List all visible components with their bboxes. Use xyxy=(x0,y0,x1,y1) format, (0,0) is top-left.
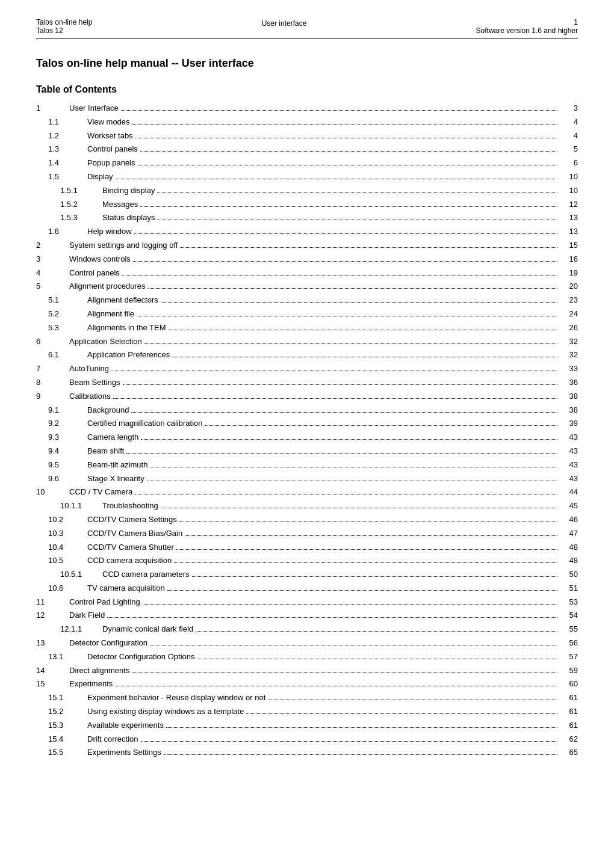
toc-label: Stage X linearity xyxy=(87,473,144,485)
toc-number: 5 xyxy=(36,280,69,293)
toc-label: Display xyxy=(87,171,113,183)
toc-number: 10.5 xyxy=(36,555,87,567)
toc-page: 3 xyxy=(560,102,578,115)
toc-dots xyxy=(205,425,557,426)
toc-number: 10.3 xyxy=(36,528,87,540)
toc-number: 1.5.1 xyxy=(36,185,102,197)
toc-dots xyxy=(126,453,557,454)
toc-number: 9.5 xyxy=(36,459,87,472)
toc-number: 2 xyxy=(36,239,69,252)
toc-label: Background xyxy=(87,404,129,417)
toc-row: 5.3Alignments in the TEM26 xyxy=(36,322,578,334)
toc-page: 39 xyxy=(560,417,578,430)
toc-page: 13 xyxy=(560,212,578,224)
toc-page: 15 xyxy=(560,239,578,252)
toc-label: Direct alignments xyxy=(69,665,129,677)
toc-row: 1User Interface3 xyxy=(36,102,578,115)
toc-dots xyxy=(147,288,557,289)
page-container: Talos on-line help Talos 12 User interfa… xyxy=(0,0,614,868)
toc-page: 48 xyxy=(560,555,578,567)
toc-page: 4 xyxy=(560,130,578,143)
toc-row: 1.6Help window13 xyxy=(36,226,578,238)
toc-page: 50 xyxy=(560,568,578,581)
toc-dots xyxy=(113,398,557,399)
toc-dots xyxy=(150,645,557,645)
toc-dots xyxy=(137,316,557,316)
toc-row: 10.4CCD/TV Camera Shutter48 xyxy=(36,541,578,554)
toc-row: 9.1Background38 xyxy=(36,404,578,417)
toc-dots xyxy=(185,535,557,536)
toc-label: CCD camera parameters xyxy=(102,568,190,581)
toc-row: 5.2Alignment file24 xyxy=(36,308,578,321)
header-product: Talos on-line help xyxy=(36,18,92,26)
toc-label: Troubleshooting xyxy=(102,500,158,512)
toc-container: 1User Interface31.1View modes41.2Workset… xyxy=(36,102,578,759)
toc-number: 13 xyxy=(36,637,69,650)
toc-dots xyxy=(174,562,557,563)
toc-number: 12.1.1 xyxy=(36,623,102,636)
header-section: User interface xyxy=(262,19,307,28)
toc-number: 9.1 xyxy=(36,404,87,417)
toc-page: 5 xyxy=(560,143,578,156)
toc-label: View modes xyxy=(87,116,130,129)
toc-dots xyxy=(157,192,557,193)
toc-dots xyxy=(161,302,557,303)
toc-row: 8Beam Settings36 xyxy=(36,377,578,389)
header-version: Software version 1.6 and higher xyxy=(476,26,578,35)
toc-row: 5.1Alignment deflectors23 xyxy=(36,294,578,307)
toc-row: 3Windows controls16 xyxy=(36,253,578,266)
toc-label: Control panels xyxy=(87,143,138,156)
page-title: Talos on-line help manual -- User interf… xyxy=(36,57,578,72)
page-header: Talos on-line help Talos 12 User interfa… xyxy=(36,18,578,39)
toc-label: Certified magnification calibration xyxy=(87,417,202,430)
toc-number: 9.6 xyxy=(36,473,87,485)
toc-label: Dark Field xyxy=(69,609,105,622)
toc-label: CCD camera acquisition xyxy=(87,555,172,567)
toc-number: 10.5.1 xyxy=(36,568,102,581)
toc-number: 1.3 xyxy=(36,143,87,156)
toc-row: 1.5.3Status displays13 xyxy=(36,212,578,224)
toc-page: 10 xyxy=(560,171,578,183)
toc-page: 60 xyxy=(560,678,578,691)
toc-page: 23 xyxy=(560,294,578,307)
toc-page: 55 xyxy=(560,623,578,636)
toc-number: 4 xyxy=(36,267,69,280)
toc-label: Beam-tilt azimuth xyxy=(87,459,147,472)
toc-label: Alignment deflectors xyxy=(87,294,158,307)
toc-dots xyxy=(132,673,557,673)
toc-label: Drift correction xyxy=(87,733,138,746)
toc-row: 15Experiments60 xyxy=(36,678,578,691)
toc-page: 53 xyxy=(560,596,578,609)
toc-number: 5.3 xyxy=(36,322,87,334)
toc-number: 6 xyxy=(36,336,69,348)
toc-row: 10.5CCD camera acquisition48 xyxy=(36,555,578,567)
toc-page: 65 xyxy=(560,746,578,759)
toc-label: Control panels xyxy=(69,267,120,280)
toc-dots xyxy=(141,439,557,440)
toc-label: Workset tabs xyxy=(87,130,133,143)
toc-row: 6.1Application Preferences32 xyxy=(36,349,578,362)
toc-number: 10.4 xyxy=(36,541,87,554)
toc-dots xyxy=(135,494,557,494)
toc-page: 33 xyxy=(560,363,578,375)
toc-dots xyxy=(134,233,557,234)
toc-label: Application Selection xyxy=(69,336,142,348)
toc-row: 4Control panels19 xyxy=(36,267,578,280)
toc-dots xyxy=(135,138,557,138)
toc-number: 3 xyxy=(36,253,69,266)
toc-dots xyxy=(140,151,557,152)
toc-page: 32 xyxy=(560,349,578,362)
toc-dots xyxy=(246,713,557,714)
toc-row: 1.5.1Binding display10 xyxy=(36,185,578,197)
header-right: 1 Software version 1.6 and higher xyxy=(476,18,578,35)
toc-number: 8 xyxy=(36,377,69,389)
toc-dots xyxy=(147,481,557,481)
toc-row: 6Application Selection32 xyxy=(36,336,578,348)
toc-label: CCD / TV Camera xyxy=(69,486,132,499)
toc-dots xyxy=(123,384,557,385)
toc-label: TV camera acquisition xyxy=(87,582,165,595)
toc-page: 24 xyxy=(560,308,578,321)
toc-page: 32 xyxy=(560,336,578,348)
toc-number: 5.2 xyxy=(36,308,87,321)
toc-label: Popup panels xyxy=(87,157,135,170)
